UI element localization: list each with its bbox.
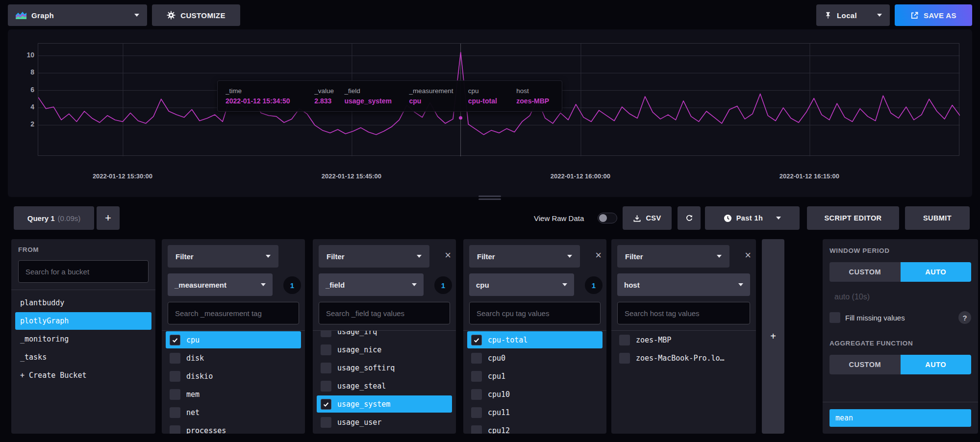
y-tick-label: 6 — [13, 86, 34, 94]
from-title: FROM — [18, 246, 149, 253]
help-icon[interactable]: ? — [958, 311, 971, 324]
bucket-row[interactable]: plotlyGraph — [15, 312, 151, 330]
window-period-segmented: CUSTOM AUTO — [829, 262, 971, 282]
tag-key-label: cpu — [476, 281, 489, 289]
tag-value-row[interactable]: disk — [166, 349, 301, 367]
add-filter-button[interactable]: + — [762, 239, 784, 434]
filter-type-dropdown[interactable]: Filter — [168, 245, 278, 268]
checkbox[interactable] — [170, 407, 180, 418]
checkbox[interactable] — [471, 335, 482, 345]
add-query-button[interactable]: + — [97, 206, 120, 230]
checkbox[interactable] — [471, 389, 482, 400]
submit-button[interactable]: SUBMIT — [905, 206, 970, 230]
tag-value-row[interactable]: usage_steal — [317, 377, 452, 394]
bucket-row[interactable]: plantbuddy — [15, 294, 151, 312]
checkbox[interactable] — [471, 371, 482, 382]
tag-search-input[interactable] — [617, 302, 750, 324]
checkbox[interactable] — [619, 353, 630, 364]
tag-value-row[interactable]: mem — [166, 386, 301, 403]
query-tab-label: Query 1 — [27, 214, 55, 222]
checkbox[interactable] — [321, 331, 331, 337]
window-auto-button[interactable]: AUTO — [901, 262, 972, 282]
window-custom-button[interactable]: CUSTOM — [829, 262, 901, 282]
tag-value-row[interactable]: processes — [166, 422, 301, 434]
aggregate-custom-button[interactable]: CUSTOM — [829, 355, 901, 374]
filter-title: Filter — [625, 252, 643, 261]
tag-key-dropdown[interactable]: host — [617, 273, 750, 296]
checkbox[interactable] — [321, 363, 331, 373]
refresh-button[interactable] — [678, 206, 701, 230]
customize-label: CUSTOMIZE — [180, 11, 226, 20]
checkbox[interactable] — [471, 407, 482, 418]
tag-value-row[interactable]: usage_irq — [317, 331, 452, 340]
tag-value-row[interactable]: cpu10 — [467, 386, 603, 403]
tooltip-column: _value 2.833 — [314, 87, 337, 105]
filter-type-dropdown[interactable]: Filter — [319, 245, 429, 268]
tag-value-row[interactable]: usage_user — [317, 414, 452, 431]
filter-card-measurement: Filter _measurement 1 cpu — [162, 239, 305, 434]
download-icon — [633, 214, 641, 222]
view-raw-data-toggle[interactable] — [598, 213, 617, 223]
window-period-panel: WINDOW PERIOD CUSTOM AUTO auto (10s) Fil… — [823, 239, 978, 434]
checkbox[interactable] — [170, 335, 180, 345]
filter-type-dropdown[interactable]: Filter — [469, 245, 580, 268]
bucket-search-input[interactable] — [18, 260, 149, 283]
tag-value-row[interactable]: usage_softirq — [317, 359, 452, 376]
checkbox[interactable] — [471, 425, 482, 434]
checkbox[interactable] — [170, 389, 180, 400]
tag-key-dropdown[interactable]: _measurement — [168, 273, 273, 296]
tag-value-label: cpu1 — [488, 372, 505, 381]
checkbox[interactable] — [471, 353, 482, 364]
tag-value-row[interactable]: cpu0 — [467, 349, 603, 367]
tag-value-row[interactable]: zoes-MacBook-Pro.lo… — [615, 349, 752, 367]
fill-missing-checkbox[interactable] — [829, 312, 840, 323]
checkbox[interactable] — [321, 381, 331, 392]
tag-search-input[interactable] — [168, 302, 299, 324]
clock-icon — [724, 214, 732, 222]
tag-key-dropdown[interactable]: cpu — [469, 273, 574, 296]
checkbox[interactable] — [321, 344, 331, 355]
selected-count-badge: 1 — [283, 276, 301, 294]
checkbox[interactable] — [619, 335, 630, 345]
divider — [823, 402, 978, 402]
aggregate-segmented: CUSTOM AUTO — [829, 355, 971, 374]
chevron-down-icon — [738, 283, 743, 286]
bucket-row[interactable]: + Create Bucket — [15, 367, 151, 384]
close-icon[interactable]: × — [745, 250, 751, 261]
bucket-row[interactable]: _tasks — [15, 348, 151, 366]
checkbox[interactable] — [170, 353, 180, 364]
close-icon[interactable]: × — [595, 250, 602, 261]
aggregate-auto-button[interactable]: AUTO — [901, 355, 972, 374]
resize-handle[interactable] — [478, 196, 501, 201]
csv-download-button[interactable]: CSV — [623, 206, 672, 230]
tag-value-row[interactable]: cpu-total — [467, 331, 603, 348]
tag-value-row[interactable]: diskio — [166, 368, 301, 385]
aggregate-function-selected[interactable]: mean — [829, 409, 971, 427]
save-as-button[interactable]: SAVE AS — [895, 4, 972, 26]
tag-value-row[interactable]: cpu12 — [467, 422, 603, 434]
tag-value-row[interactable]: cpu11 — [467, 404, 603, 421]
script-editor-button[interactable]: SCRIPT EDITOR — [807, 206, 899, 230]
tag-value-row[interactable]: cpu1 — [467, 368, 603, 385]
tag-value-row[interactable]: usage_nice — [317, 341, 452, 358]
tag-key-dropdown[interactable]: _field — [319, 273, 424, 296]
checkbox[interactable] — [321, 399, 331, 410]
bucket-row[interactable]: _monitoring — [15, 330, 151, 348]
checkbox[interactable] — [170, 371, 180, 382]
autorefresh-dropdown[interactable]: Local — [816, 4, 890, 26]
tag-value-row[interactable]: net — [166, 404, 301, 421]
time-range-dropdown[interactable]: Past 1h — [705, 206, 800, 230]
tag-search-input[interactable] — [469, 302, 601, 324]
tag-search-input[interactable] — [319, 302, 450, 324]
view-type-dropdown[interactable]: Graph — [8, 4, 147, 26]
tag-value-label: diskio — [186, 372, 213, 381]
tag-value-row[interactable]: usage_system — [317, 395, 452, 413]
close-icon[interactable]: × — [445, 250, 451, 261]
tag-value-row[interactable]: cpu — [166, 331, 301, 348]
customize-button[interactable]: CUSTOMIZE — [152, 4, 240, 26]
tag-value-row[interactable]: zoes-MBP — [615, 331, 752, 348]
query-tab[interactable]: Query 1 (0.09s) — [14, 206, 94, 230]
checkbox[interactable] — [321, 417, 331, 428]
filter-type-dropdown[interactable]: Filter — [617, 245, 729, 268]
checkbox[interactable] — [170, 425, 180, 434]
